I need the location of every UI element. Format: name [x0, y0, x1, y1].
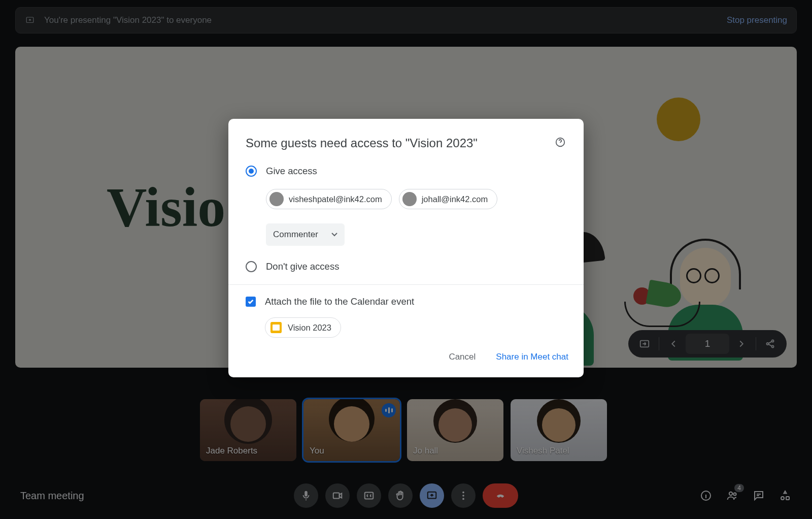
give-access-label: Give access: [266, 166, 317, 177]
attach-checkbox-row[interactable]: Attach the file to the Calendar event: [246, 296, 566, 307]
share-access-dialog: Some guests need access to "Vision 2023"…: [228, 119, 584, 377]
cancel-button[interactable]: Cancel: [449, 352, 476, 362]
share-in-chat-button[interactable]: Share in Meet chat: [496, 352, 568, 362]
dialog-separator: [228, 284, 584, 285]
give-access-option[interactable]: Give access: [246, 166, 566, 177]
checkbox-checked-icon: [246, 297, 256, 307]
role-dropdown[interactable]: Commenter: [266, 223, 345, 246]
dont-give-access-label: Don't give access: [266, 261, 339, 272]
attached-file-chip[interactable]: Vision 2023: [265, 317, 341, 338]
dialog-title: Some guests need access to "Vision 2023": [246, 136, 478, 150]
guest-email: johall@ink42.com: [422, 194, 488, 204]
attach-label: Attach the file to the Calendar event: [265, 296, 414, 307]
avatar: [402, 192, 417, 206]
guest-chip[interactable]: johall@ink42.com: [399, 189, 497, 209]
dialog-title-row: Some guests need access to "Vision 2023": [246, 136, 566, 150]
radio-unchecked-icon: [246, 261, 257, 272]
chevron-down-icon: [331, 233, 337, 237]
avatar: [269, 192, 284, 206]
slides-icon: [270, 322, 282, 333]
guest-chip[interactable]: visheshpatel@ink42.com: [266, 189, 392, 209]
dont-give-access-option[interactable]: Don't give access: [246, 261, 566, 272]
dialog-footer: Cancel Share in Meet chat: [228, 343, 584, 377]
attached-file-name: Vision 2023: [288, 323, 331, 333]
role-selected: Commenter: [273, 230, 318, 240]
guest-email: visheshpatel@ink42.com: [289, 194, 382, 204]
radio-checked-icon: [246, 166, 257, 177]
help-icon[interactable]: [554, 136, 566, 148]
guest-chips: visheshpatel@ink42.com johall@ink42.com: [266, 189, 566, 209]
